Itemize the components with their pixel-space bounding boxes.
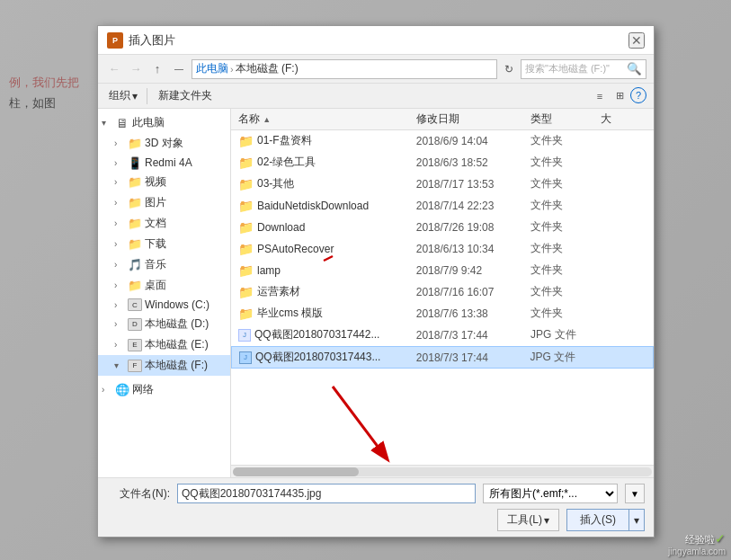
- file-name-cell: 📁 运营素材: [231, 284, 416, 299]
- folder-icon: 📁: [238, 134, 254, 148]
- filetype-dropdown-button[interactable]: ▼: [625, 484, 645, 503]
- computer-icon: 🖥: [115, 117, 129, 129]
- table-row[interactable]: 📁 BaiduNetdiskDownload 2018/7/14 22:23 文…: [231, 195, 654, 217]
- table-row[interactable]: 📁 运营素材 2018/7/16 16:07 文件夹: [231, 281, 654, 303]
- insert-picture-dialog: P 插入图片 ✕ ← → ↑ — 此电脑 › 本地磁盘 (F:) ↻ 搜索"本地…: [97, 25, 655, 538]
- nav-button-bar[interactable]: —: [170, 60, 188, 78]
- table-row[interactable]: 📁 毕业cms 模版 2018/7/6 13:38 文件夹: [231, 303, 654, 324]
- search-bar[interactable]: 搜索"本地磁盘 (F:)" 🔍: [521, 59, 646, 79]
- expand-arrow-icon: ›: [114, 319, 125, 329]
- folder-desktop-icon: 📁: [128, 280, 142, 292]
- table-row[interactable]: 📁 lamp 2018/7/9 9:42 文件夹: [231, 260, 654, 281]
- file-name-cell: 📁 03-其他: [231, 176, 416, 191]
- horizontal-scrollbar[interactable]: [231, 465, 654, 477]
- col-name[interactable]: 名称 ▲: [231, 111, 416, 127]
- forward-button[interactable]: →: [127, 60, 145, 78]
- search-button[interactable]: 🔍: [627, 62, 642, 76]
- crumb-thispc[interactable]: 此电脑: [196, 61, 228, 76]
- insert-main-button[interactable]: 插入(S): [567, 510, 629, 530]
- filename-input[interactable]: [177, 484, 476, 503]
- file-name-cell: 📁 PSAutoRecover: [231, 242, 416, 256]
- folder-icon: 📁: [238, 220, 254, 235]
- sidebar-item-this-pc[interactable]: ▾ 🖥 此电脑: [98, 112, 230, 133]
- sidebar-item-label: Windows (C:): [145, 298, 227, 311]
- sidebar-item-redmi[interactable]: › 📱 Redmi 4A: [98, 154, 230, 172]
- refresh-button[interactable]: ↻: [501, 61, 517, 77]
- sidebar-item-local-f[interactable]: ▾ F 本地磁盘 (F:): [98, 355, 230, 376]
- new-folder-button[interactable]: 新建文件夹: [153, 86, 218, 105]
- folder-icon: 📁: [238, 242, 254, 256]
- folder-icon: 📁: [238, 307, 254, 321]
- sidebar-item-local-e[interactable]: › E 本地磁盘 (E:): [98, 334, 230, 355]
- help-button[interactable]: ?: [630, 87, 646, 103]
- col-size[interactable]: 大: [601, 111, 654, 127]
- table-row[interactable]: 📁 01-F盘资料 2018/6/9 14:04 文件夹: [231, 130, 654, 152]
- organize-button[interactable]: 组织 ▾: [105, 86, 141, 105]
- search-placeholder: 搜索"本地磁盘 (F:)": [525, 62, 625, 76]
- insert-dropdown-button[interactable]: ▾: [629, 511, 644, 529]
- sidebar-item-documents[interactable]: › 📁 文档: [98, 213, 230, 234]
- folder-icon: 📁: [238, 285, 254, 299]
- phone-icon: 📱: [128, 156, 142, 169]
- sidebar-item-network[interactable]: › 🌐 网络: [98, 379, 230, 400]
- sidebar-item-videos[interactable]: › 📁 视频: [98, 172, 230, 192]
- back-button[interactable]: ←: [105, 60, 123, 78]
- expand-arrow-icon: ›: [114, 218, 125, 228]
- sidebar-item-windows-c[interactable]: › C Windows (C:): [98, 296, 230, 314]
- insert-button-group[interactable]: 插入(S) ▾: [566, 509, 645, 531]
- col-type[interactable]: 类型: [530, 111, 601, 127]
- filename-row: 文件名(N): 所有图片(*.emf;*... ▼: [107, 484, 645, 503]
- table-row[interactable]: J QQ截图2018070317443... 2018/7/3 17:44 JP…: [231, 346, 654, 369]
- table-row[interactable]: 📁 PSAutoRecover 2018/6/13 10:34 文件夹: [231, 238, 654, 260]
- sidebar-item-music[interactable]: › 🎵 音乐: [98, 254, 230, 275]
- expand-arrow-icon: ▾: [114, 360, 125, 370]
- tools-arrow-icon: ▾: [544, 514, 549, 527]
- filename-label: 文件名(N):: [107, 486, 170, 502]
- sidebar-item-label: 本地磁盘 (D:): [145, 316, 227, 332]
- network-icon: 🌐: [115, 384, 129, 396]
- expand-arrow-icon: ›: [114, 158, 125, 168]
- close-button[interactable]: ✕: [628, 32, 645, 49]
- sidebar-item-downloads[interactable]: › 📁 下载: [98, 234, 230, 254]
- watermark-line2: jingyamla.com: [668, 547, 726, 556]
- sidebar-item-3dobjects[interactable]: › 📁 3D 对象: [98, 133, 230, 154]
- watermark: 经验啦✓ jingyamla.com: [668, 531, 726, 556]
- folder-docs-icon: 📁: [128, 218, 142, 230]
- sidebar-item-local-d[interactable]: › D 本地磁盘 (D:): [98, 314, 230, 334]
- table-row[interactable]: 📁 Download 2018/7/26 19:08 文件夹: [231, 217, 654, 238]
- scroll-thumb: [233, 467, 359, 476]
- checkmark-icon: ✓: [715, 531, 726, 546]
- expand-arrow-icon: ›: [102, 385, 112, 395]
- view-detail-button[interactable]: ⊞: [611, 87, 628, 105]
- folder-3d-icon: 📁: [128, 138, 142, 150]
- drive-c-icon: C: [128, 298, 142, 311]
- sort-arrow-icon: ▲: [263, 115, 271, 124]
- col-date[interactable]: 修改日期: [416, 111, 530, 127]
- dialog-title-bar: P 插入图片 ✕: [98, 26, 654, 55]
- drive-d-icon: D: [128, 318, 142, 331]
- file-name-cell: 📁 毕业cms 模版: [231, 306, 416, 321]
- expand-arrow-icon: ›: [114, 300, 125, 310]
- table-row[interactable]: 📁 03-其他 2018/7/17 13:53 文件夹: [231, 173, 654, 195]
- filetype-select[interactable]: 所有图片(*.emf;*...: [483, 484, 618, 503]
- jpg-file-icon: J: [239, 351, 252, 364]
- up-button[interactable]: ↑: [148, 60, 166, 78]
- file-panel: 名称 ▲ 修改日期 类型 大 📁 01-F盘资料 2018/6/9 14:04 …: [231, 109, 654, 477]
- watermark-line1: 经验啦✓: [668, 531, 726, 547]
- file-name-cell: 📁 02-绿色工具: [231, 155, 416, 170]
- view-list-button[interactable]: ≡: [591, 87, 609, 105]
- crumb-drive[interactable]: 本地磁盘 (F:): [236, 61, 299, 76]
- table-row[interactable]: 📁 02-绿色工具 2018/6/3 18:52 文件夹: [231, 152, 654, 173]
- view-icons-group: ≡ ⊞ ?: [591, 87, 646, 105]
- expand-arrow-icon: ▾: [102, 118, 112, 128]
- table-row[interactable]: J QQ截图2018070317442... 2018/7/3 17:44 JP…: [231, 324, 654, 346]
- tools-button[interactable]: 工具(L) ▾: [497, 509, 559, 531]
- sidebar-item-pictures[interactable]: › 📁 图片: [98, 192, 230, 213]
- expand-arrow-icon: ›: [114, 260, 125, 270]
- sidebar-item-label: 此电脑: [132, 115, 227, 130]
- folder-icon: 📁: [238, 199, 254, 213]
- sidebar-item-desktop[interactable]: › 📁 桌面: [98, 275, 230, 296]
- sidebar-item-label: 桌面: [145, 278, 227, 293]
- address-bar[interactable]: 此电脑 › 本地磁盘 (F:): [192, 59, 497, 79]
- expand-arrow-icon: ›: [114, 177, 125, 187]
